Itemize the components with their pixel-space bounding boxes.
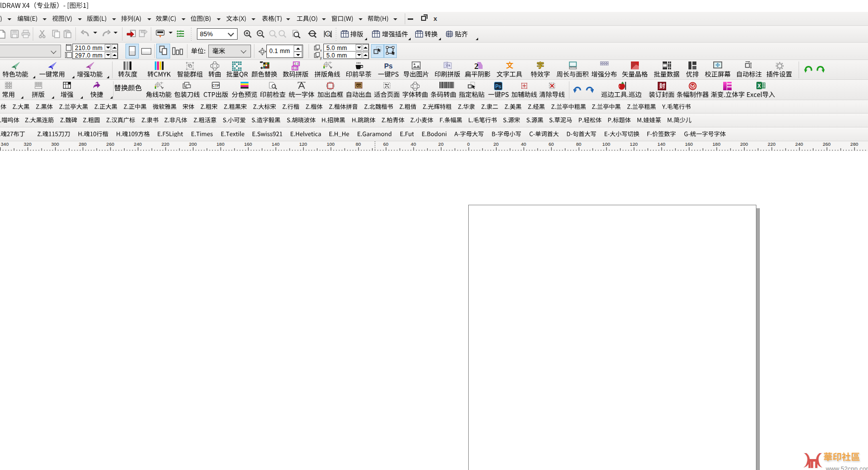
svg-text:320: 320 <box>24 141 32 147</box>
svg-text:2: 2 <box>474 61 479 69</box>
svg-text:260: 260 <box>823 141 831 147</box>
svg-text:200: 200 <box>740 141 748 147</box>
svg-text:I: I <box>327 32 328 36</box>
svg-text:240: 240 <box>134 141 142 147</box>
svg-text:200: 200 <box>189 141 197 147</box>
svg-text:3:4: 3:4 <box>294 62 299 65</box>
svg-text:280: 280 <box>850 141 858 147</box>
svg-text:120: 120 <box>630 141 638 147</box>
svg-text:180: 180 <box>217 141 225 147</box>
svg-text:X: X <box>757 83 761 89</box>
svg-text:120: 120 <box>299 141 307 147</box>
svg-text:20: 20 <box>494 141 499 147</box>
svg-text:80: 80 <box>576 141 581 147</box>
svg-text:CTP: CTP <box>212 83 220 88</box>
svg-text:340: 340 <box>1 141 9 147</box>
svg-text:240: 240 <box>795 141 803 147</box>
svg-text:220: 220 <box>161 141 169 147</box>
svg-text:60: 60 <box>549 141 554 147</box>
svg-text:100: 100 <box>602 141 610 147</box>
svg-text:140: 140 <box>657 141 665 147</box>
svg-text:40: 40 <box>411 141 416 147</box>
svg-text:Ps: Ps <box>384 62 392 70</box>
svg-text:M: M <box>691 84 695 89</box>
svg-text:180: 180 <box>713 141 721 147</box>
svg-text:20: 20 <box>438 141 444 147</box>
svg-text:100: 100 <box>327 141 335 147</box>
svg-text:280: 280 <box>79 141 87 147</box>
svg-text:60: 60 <box>383 141 389 147</box>
svg-text:160: 160 <box>685 141 693 147</box>
svg-text:Ps: Ps <box>495 84 501 89</box>
svg-text:220: 220 <box>768 141 776 147</box>
svg-text:40: 40 <box>521 141 526 147</box>
svg-text:300: 300 <box>51 141 59 147</box>
svg-text:1:2: 1:2 <box>293 66 298 70</box>
svg-text:260: 260 <box>106 141 114 147</box>
svg-text:80: 80 <box>356 141 361 147</box>
svg-text:160: 160 <box>244 141 252 147</box>
svg-text:0: 0 <box>467 141 470 147</box>
svg-text:140: 140 <box>272 141 280 147</box>
